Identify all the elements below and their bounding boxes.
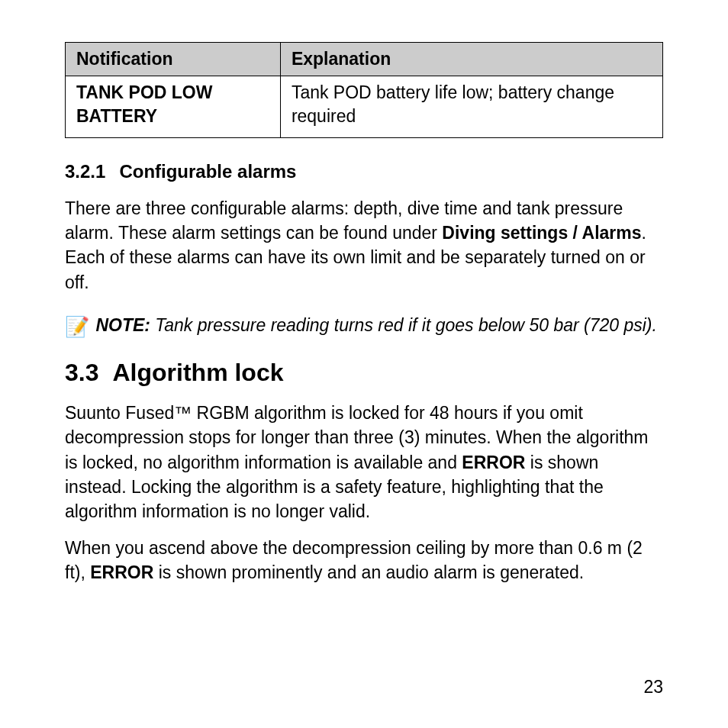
note-text: Tank pressure reading turns red if it go… [150, 315, 657, 335]
algorithm-lock-paragraph-1: Suunto Fused™ RGBM algorithm is locked f… [65, 401, 663, 523]
page-number: 23 [643, 677, 663, 697]
cell-notification: TANK POD LOW BATTERY [66, 76, 281, 138]
table-header-row: Notification Explanation [66, 43, 663, 76]
note-label: NOTE: [95, 315, 150, 335]
text-bold-error: ERROR [90, 562, 153, 582]
section-number: 3.3 [65, 359, 98, 386]
table-row: TANK POD LOW BATTERY Tank POD battery li… [66, 76, 663, 138]
subsection-number: 3.2.1 [65, 161, 105, 182]
notification-table: Notification Explanation TANK POD LOW BA… [65, 42, 663, 138]
text-fragment: is shown prominently and an audio alarm … [153, 562, 584, 582]
note-block: 📝 NOTE: Tank pressure reading turns red … [65, 313, 663, 340]
note-icon: 📝 [65, 315, 89, 338]
cell-explanation: Tank POD battery life low; battery chang… [280, 76, 662, 138]
text-bold-setting-path: Diving settings / Alarms [442, 223, 641, 243]
text-bold-error: ERROR [462, 453, 525, 472]
subsection-title: Configurable alarms [119, 161, 296, 182]
subsection-heading: 3.2.1Configurable alarms [65, 161, 663, 182]
header-explanation: Explanation [280, 43, 662, 76]
configurable-alarms-paragraph: There are three configurable alarms: dep… [65, 196, 663, 295]
algorithm-lock-paragraph-2: When you ascend above the decompression … [65, 536, 663, 585]
section-title: Algorithm lock [112, 359, 283, 386]
section-heading: 3.3Algorithm lock [65, 359, 663, 387]
header-notification: Notification [66, 43, 281, 76]
document-page: Notification Explanation TANK POD LOW BA… [0, 0, 728, 628]
